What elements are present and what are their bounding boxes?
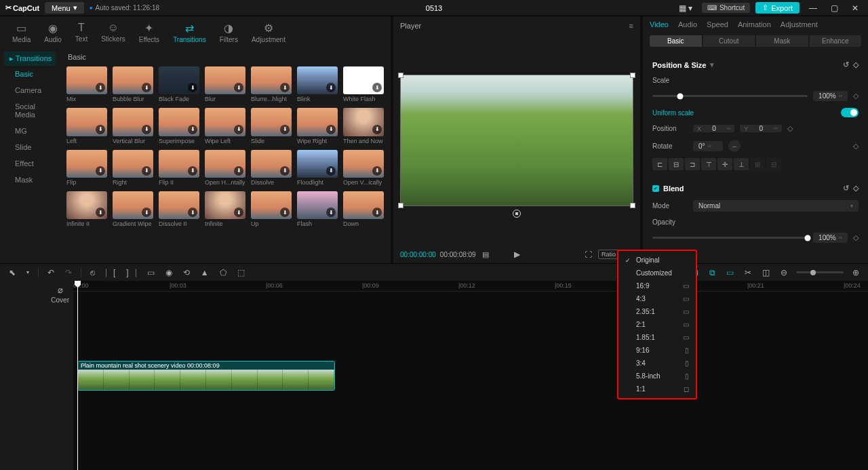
ratio-option[interactable]: 3:4▯: [618, 357, 696, 370]
transition-item[interactable]: ⬇White Flash: [343, 66, 384, 102]
download-icon[interactable]: ⬇: [188, 166, 197, 176]
transition-thumb[interactable]: ⬇: [113, 66, 153, 94]
zoom-slider[interactable]: [796, 271, 844, 273]
resize-handle[interactable]: [398, 73, 403, 78]
transition-thumb[interactable]: ⬇: [297, 108, 338, 136]
shortcut-button[interactable]: ⌨ Shortcut: [702, 3, 750, 13]
reverse-icon[interactable]: ⟲: [181, 268, 192, 277]
transition-thumb[interactable]: ⬇: [205, 191, 245, 219]
download-icon[interactable]: ⬇: [234, 125, 243, 134]
download-icon[interactable]: ⬇: [372, 166, 382, 176]
props-tab-video[interactable]: Video: [650, 20, 669, 28]
transition-item[interactable]: ⬇Left: [66, 108, 107, 144]
transition-item[interactable]: ⬇Blink: [297, 66, 338, 102]
transition-thumb[interactable]: ⬇: [159, 66, 199, 94]
download-icon[interactable]: ⬇: [372, 83, 382, 92]
transition-item[interactable]: ⬇Floodlight: [297, 150, 338, 186]
download-icon[interactable]: ⬇: [234, 166, 243, 176]
list-icon[interactable]: ▤: [480, 250, 491, 259]
redo-icon[interactable]: ↷: [63, 268, 74, 277]
undo-icon[interactable]: ↶: [45, 268, 56, 277]
opacity-slider[interactable]: [652, 237, 808, 239]
transition-thumb[interactable]: ⬇: [66, 108, 107, 136]
cover-button[interactable]: ⌀ Cover: [51, 285, 69, 304]
reset-icon[interactable]: ↺: [843, 184, 849, 193]
props-subtab-basic[interactable]: Basic: [650, 35, 702, 47]
transition-thumb[interactable]: ⬇: [113, 150, 153, 178]
transition-thumb[interactable]: ⬇: [113, 108, 153, 136]
transition-thumb[interactable]: ⬇: [251, 66, 292, 94]
align-left-icon[interactable]: ⊏: [652, 158, 667, 170]
marker-icon[interactable]: ◫: [760, 268, 772, 277]
transition-thumb[interactable]: ⬇: [343, 66, 384, 94]
link-icon[interactable]: ⧉: [707, 268, 717, 277]
download-icon[interactable]: ⬇: [234, 83, 243, 92]
align-top-icon[interactable]: ⊤: [701, 158, 716, 170]
sidebar-item-basic[interactable]: Basic: [0, 66, 60, 82]
ratio-option[interactable]: ✓Original: [618, 254, 696, 267]
timeline-tracks[interactable]: 00:00|00:03|00:06|00:09|00:12|00:15|00:1…: [73, 281, 868, 470]
align-bottom-icon[interactable]: ⊥: [734, 158, 749, 170]
resize-handle[interactable]: [398, 203, 403, 208]
transition-thumb[interactable]: ⬇: [66, 191, 107, 219]
close-icon[interactable]: ✕: [848, 3, 863, 13]
mirror-icon[interactable]: ▲: [199, 268, 211, 277]
scale-slider[interactable]: [652, 95, 808, 97]
select-tool-icon[interactable]: ⬉: [7, 268, 18, 277]
download-icon[interactable]: ⬇: [326, 125, 336, 134]
split-right-icon[interactable]: ]⎹: [124, 268, 138, 277]
transition-item[interactable]: ⬇Mix: [66, 66, 107, 102]
download-icon[interactable]: ⬇: [96, 125, 105, 134]
rotate-dial-icon[interactable]: –: [728, 140, 741, 152]
crop-icon[interactable]: ⛶: [583, 250, 594, 258]
preview-icon[interactable]: ▭: [724, 268, 736, 277]
media-tab-filters[interactable]: ◑Filters: [213, 19, 245, 46]
cut-tool-icon[interactable]: ✂: [743, 268, 753, 277]
transition-item[interactable]: ⬇Open V...ically: [343, 150, 384, 186]
transition-thumb[interactable]: ⬇: [297, 191, 338, 219]
transition-item[interactable]: ⬇Wipe Right: [297, 108, 338, 144]
transition-thumb[interactable]: ⬇: [159, 191, 199, 219]
player-menu-icon[interactable]: ≡: [629, 22, 633, 30]
ratio-option[interactable]: 4:3▭: [618, 292, 696, 305]
sidebar-item-social-media[interactable]: Social Media: [0, 98, 60, 123]
ratio-option[interactable]: 1.85:1▭: [618, 331, 696, 344]
download-icon[interactable]: ⬇: [96, 83, 105, 92]
media-tab-transitions[interactable]: ⇄Transitions: [166, 19, 213, 46]
split-left-icon[interactable]: ⎸[: [104, 268, 117, 277]
download-icon[interactable]: ⬇: [326, 83, 336, 92]
sidebar-item-slide[interactable]: Slide: [0, 139, 60, 155]
transition-item[interactable]: ⬇Up: [251, 191, 292, 227]
transition-item[interactable]: ⬇Slide: [251, 108, 292, 144]
media-tab-adjustment[interactable]: ⚙Adjustment: [245, 19, 292, 46]
transition-item[interactable]: ⬇Blurre...hlight: [251, 66, 292, 102]
download-icon[interactable]: ⬇: [188, 125, 197, 134]
ratio-option[interactable]: 5.8-inch▯: [618, 370, 696, 383]
transition-thumb[interactable]: ⬇: [66, 150, 107, 178]
transition-thumb[interactable]: ⬇: [205, 66, 245, 94]
rotate-value[interactable]: 0°‹›: [693, 141, 723, 151]
props-tab-audio[interactable]: Audio: [678, 20, 697, 28]
download-icon[interactable]: ⬇: [280, 166, 290, 176]
transition-thumb[interactable]: ⬇: [205, 150, 245, 178]
props-subtab-cutout[interactable]: Cutout: [703, 35, 755, 47]
delete-icon[interactable]: ▭: [145, 268, 157, 277]
transition-thumb[interactable]: ⬇: [66, 66, 107, 94]
media-tab-audio[interactable]: ◉Audio: [37, 19, 68, 46]
transition-thumb[interactable]: ⬇: [343, 108, 384, 136]
transition-thumb[interactable]: ⬇: [251, 150, 292, 178]
transition-thumb[interactable]: ⬇: [343, 191, 384, 219]
transition-thumb[interactable]: ⬇: [205, 108, 245, 136]
position-y-field[interactable]: Y‹›: [740, 125, 781, 132]
blend-mode-select[interactable]: Normal▾: [693, 200, 859, 212]
transition-item[interactable]: ⬇Flip II: [159, 150, 199, 186]
transition-thumb[interactable]: ⬇: [159, 150, 199, 178]
timeline-ruler[interactable]: 00:00|00:03|00:06|00:09|00:12|00:15|00:1…: [73, 281, 868, 292]
video-clip[interactable]: Plain mountain real shot scenery video 0…: [77, 361, 335, 391]
opacity-value[interactable]: 100%‹›: [813, 233, 848, 243]
transition-item[interactable]: ⬇Infinite II: [66, 191, 107, 227]
download-icon[interactable]: ⬇: [96, 208, 105, 217]
position-x-field[interactable]: X‹›: [693, 125, 734, 132]
align-right-icon[interactable]: ⊐: [685, 158, 700, 170]
download-icon[interactable]: ⬇: [142, 83, 151, 92]
